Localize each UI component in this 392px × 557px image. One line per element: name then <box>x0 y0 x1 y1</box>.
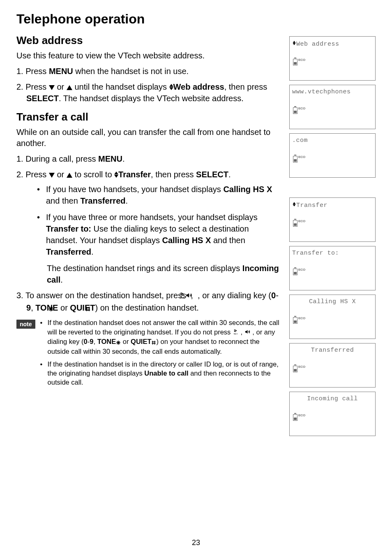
battery-icon <box>293 107 297 114</box>
updown-arrow-icon <box>293 41 296 45</box>
t-bullet2: If you have three or more handsets, your… <box>37 211 279 258</box>
step1: 1. Press MENU when the handset is not in… <box>16 65 279 77</box>
updown-arrow-icon <box>293 202 296 207</box>
updown-arrow-icon <box>114 172 118 178</box>
down-arrow-icon <box>49 85 55 90</box>
lcd-screen: Calling HS X ECO <box>289 295 376 339</box>
lcd-screen: Transfer ECO <box>289 197 376 242</box>
svg-text:TALK: TALK <box>180 297 185 299</box>
down-arrow-icon <box>49 173 55 178</box>
battery-icon <box>293 414 297 421</box>
up-arrow-icon <box>67 173 72 178</box>
battery-icon <box>293 59 297 65</box>
intro-transfer-call: While on an outside call, you can transf… <box>16 127 279 149</box>
lcd-screen: Web address ECO <box>289 36 376 81</box>
page-number: 23 <box>0 538 392 547</box>
step2: 2. Press or until the handset displays W… <box>16 81 279 104</box>
up-arrow-icon <box>67 85 72 90</box>
note-1: If the destination handset does not answ… <box>40 318 279 356</box>
battery-icon <box>293 156 297 162</box>
t-bullet1: If you have two handsets, your handset d… <box>37 183 279 207</box>
battery-icon <box>293 269 297 275</box>
battery-icon <box>293 366 297 372</box>
battery-icon <box>293 220 297 227</box>
note-badge: note <box>16 320 35 329</box>
lcd-screen: Incoming call ECO <box>289 392 376 436</box>
heading-web-address: Web address <box>16 34 279 47</box>
hash-icon <box>151 338 156 347</box>
updown-arrow-icon <box>169 84 173 90</box>
t-step1: 1. During a call, press MENU. <box>16 153 279 165</box>
heading-transfer-call: Transfer a call <box>16 111 279 123</box>
lcd-screen: www.vtechphones ECO <box>289 85 376 129</box>
page-title: Telephone operation <box>16 12 279 27</box>
lcd-screen: Transfer to: ECO <box>289 246 376 290</box>
t-step3: 3. To answer on the destination handset,… <box>16 290 279 314</box>
t-subtext: The destination handset rings and its sc… <box>47 262 279 285</box>
star-icon <box>116 338 121 347</box>
note-2: If the destination handset is in the dir… <box>40 360 279 387</box>
lcd-screen: .com ECO <box>289 133 376 178</box>
speaker-icon <box>244 328 251 337</box>
svg-text:TALK: TALK <box>233 333 238 335</box>
talk-icon: TALK <box>233 328 239 337</box>
intro-web-address: Use this feature to view the VTech websi… <box>16 50 279 61</box>
t-step2: 2. Press or to scroll to Transfer, then … <box>16 169 279 285</box>
lcd-screen: Transferred ECO <box>289 343 376 388</box>
battery-icon <box>293 317 297 324</box>
